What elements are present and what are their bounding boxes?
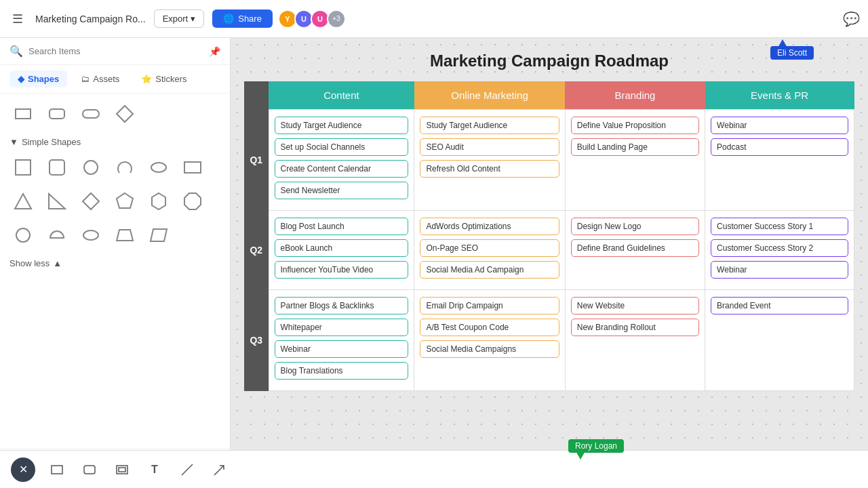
- col-header-branding: Branding: [565, 81, 705, 110]
- close-button[interactable]: ✕: [11, 458, 35, 482]
- shape-octagon[interactable]: [179, 188, 206, 215]
- share-button[interactable]: 🌐 Share: [212, 9, 273, 28]
- tool-text[interactable]: T: [144, 459, 165, 481]
- roadmap-card[interactable]: Blog Translations: [275, 362, 409, 380]
- cell-Q1-online: Study Target AudienceSEO AuditRefresh Ol…: [414, 110, 565, 211]
- shape-rect-outline[interactable]: [179, 154, 206, 181]
- roadmap-card[interactable]: Partner Blogs & Backlinks: [275, 297, 409, 314]
- shape-hexagon[interactable]: [145, 188, 172, 215]
- roadmap-card[interactable]: Send Newsletter: [275, 182, 409, 199]
- svg-point-15: [16, 228, 30, 242]
- shape-ellipse-sm[interactable]: [77, 222, 104, 249]
- quarter-label-Q3: Q3: [244, 290, 269, 391]
- svg-rect-20: [84, 466, 95, 474]
- svg-line-23: [182, 464, 193, 475]
- roadmap-card[interactable]: Influencer YouTube Video: [275, 261, 409, 279]
- assets-icon: 🗂: [81, 74, 90, 84]
- shape-rounded-square[interactable]: [43, 154, 71, 181]
- roadmap-card[interactable]: AdWords Optimizations: [420, 218, 559, 235]
- roadmap-card[interactable]: Build Landing Page: [571, 138, 699, 156]
- tool-frame[interactable]: [111, 459, 133, 481]
- roadmap-card[interactable]: Blog Post Launch: [275, 218, 409, 235]
- quick-shape-rounded-rect[interactable]: [43, 100, 71, 127]
- quarter-label-Q2: Q2: [244, 211, 269, 290]
- quick-shape-diamond[interactable]: [111, 100, 138, 127]
- roadmap-card[interactable]: Customer Success Story 1: [711, 218, 848, 235]
- tab-shapes[interactable]: ◆ Shapes: [9, 70, 67, 87]
- shape-square-outline[interactable]: [9, 154, 37, 181]
- svg-rect-22: [119, 468, 125, 472]
- shape-semicircle[interactable]: [43, 222, 71, 249]
- svg-marker-10: [49, 194, 65, 209]
- shape-circle-sm[interactable]: [9, 222, 37, 249]
- shape-trapezoid[interactable]: [111, 222, 138, 249]
- chat-icon[interactable]: 💬: [843, 11, 860, 27]
- export-button[interactable]: Export ▾: [154, 9, 205, 28]
- roadmap-card[interactable]: Design New Logo: [571, 218, 699, 235]
- col-header-online: Online Marketing: [414, 81, 565, 110]
- svg-marker-17: [117, 230, 133, 241]
- svg-point-16: [83, 230, 98, 240]
- tool-arrow[interactable]: [209, 459, 231, 481]
- roadmap-card[interactable]: Podcast: [711, 138, 848, 156]
- roadmap-card[interactable]: On-Page SEO: [420, 239, 559, 257]
- roadmap-card[interactable]: Create Content Calendar: [275, 160, 409, 178]
- shape-tabs: ◆ Shapes 🗂 Assets ⭐ Stickers: [0, 65, 230, 94]
- tool-rounded-rect[interactable]: [79, 459, 100, 481]
- show-less-button[interactable]: Show less ▲: [9, 256, 220, 271]
- roadmap-card[interactable]: Webinar: [275, 340, 409, 358]
- quarter-label-Q1: Q1: [244, 110, 269, 211]
- shapes-grid: ▼ Simple Shapes: [0, 94, 230, 449]
- search-input[interactable]: [28, 46, 203, 56]
- shape-pentagon[interactable]: [111, 188, 138, 215]
- roadmap-card[interactable]: Define Brand Guidelines: [571, 239, 699, 257]
- doc-title: Marketing Campaign Ro...: [35, 14, 146, 24]
- roadmap-card[interactable]: eBook Launch: [275, 239, 409, 257]
- shape-diamond-sm[interactable]: [77, 188, 104, 215]
- svg-rect-1: [50, 109, 64, 119]
- roadmap-card[interactable]: A/B Test Coupon Code: [420, 319, 559, 336]
- col-header-content: Content: [269, 81, 414, 110]
- svg-rect-8: [184, 162, 201, 173]
- roadmap-card[interactable]: Study Target Audience: [275, 117, 409, 134]
- quick-shape-rect[interactable]: [9, 100, 37, 127]
- roadmap-card[interactable]: Social Media Campaigns: [420, 340, 559, 358]
- bottom-toolbar: ✕ T: [0, 450, 868, 488]
- svg-rect-4: [16, 160, 31, 175]
- shape-arc[interactable]: [111, 154, 138, 181]
- shape-circle[interactable]: [77, 154, 104, 181]
- shape-ellipse[interactable]: [145, 154, 172, 181]
- tab-assets[interactable]: 🗂 Assets: [73, 70, 127, 87]
- search-bar: 🔍 📌: [0, 38, 230, 65]
- export-label: Export: [163, 14, 189, 24]
- shape-parallelogram[interactable]: [145, 222, 172, 249]
- tool-line[interactable]: [176, 459, 198, 481]
- roadmap-card[interactable]: Branded Event: [711, 297, 848, 314]
- roadmap-card[interactable]: Email Drip Campaign: [420, 297, 559, 314]
- roadmap-card[interactable]: Customer Success Story 2: [711, 239, 848, 257]
- roadmap-card[interactable]: Webinar: [711, 117, 848, 134]
- canvas[interactable]: Marketing Campaign Roadmap Content Onlin…: [231, 38, 868, 488]
- menu-icon[interactable]: ☰: [8, 7, 27, 30]
- roadmap-card[interactable]: Study Target Audience: [420, 117, 559, 134]
- roadmap-card[interactable]: SEO Audit: [420, 138, 559, 156]
- chevron-up-icon: ▲: [53, 258, 62, 268]
- roadmap-card[interactable]: Whitepaper: [275, 319, 409, 336]
- roadmap-card[interactable]: Webinar: [711, 261, 848, 279]
- tool-rectangle[interactable]: [46, 459, 68, 481]
- roadmap-card[interactable]: Set up Social Channels: [275, 138, 409, 156]
- tab-stickers[interactable]: ⭐ Stickers: [133, 70, 195, 87]
- shape-triangle[interactable]: [9, 188, 37, 215]
- roadmap-card[interactable]: Refresh Old Content: [420, 160, 559, 178]
- chevron-down-icon: ▾: [191, 14, 195, 24]
- shape-right-triangle[interactable]: [43, 188, 71, 215]
- roadmap-card[interactable]: Social Media Ad Campaign: [420, 261, 559, 279]
- left-sidebar: 🔍 📌 ◆ Shapes 🗂 Assets ⭐ Stickers: [0, 38, 231, 488]
- quick-shape-pill[interactable]: [77, 100, 104, 127]
- collaborator-avatars: Y U U +3: [281, 9, 346, 28]
- roadmap-card[interactable]: New Branding Rollout: [571, 319, 699, 336]
- roadmap-card[interactable]: Define Value Proposition: [571, 117, 699, 134]
- pin-icon[interactable]: 📌: [209, 46, 220, 57]
- roadmap-card[interactable]: New Website: [571, 297, 699, 314]
- collapse-icon[interactable]: ▼: [9, 137, 18, 147]
